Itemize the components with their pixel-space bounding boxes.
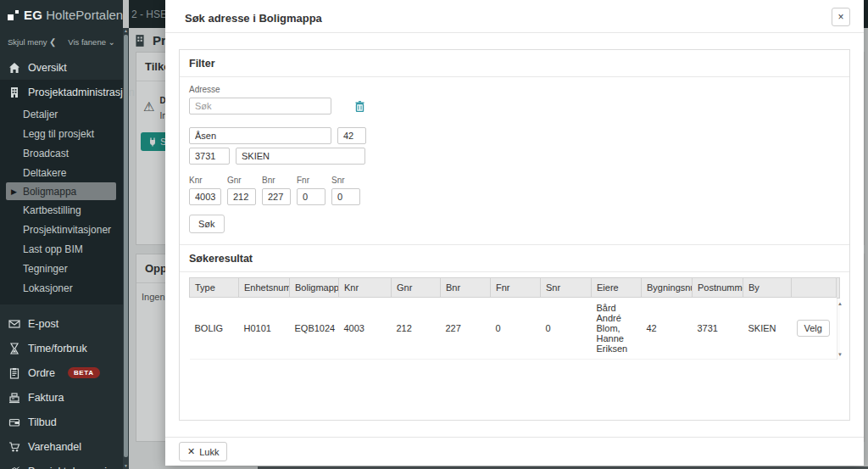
- sidebar-item-last-opp-bim[interactable]: Last opp BIM: [0, 239, 123, 259]
- col-boligmappanummer: Boligmappa...: [290, 278, 339, 298]
- cell-knr: 4003: [339, 298, 392, 360]
- cash-register-icon: [8, 392, 20, 404]
- collapse-menu-button[interactable]: Skjul meny ❮: [8, 37, 57, 47]
- building-icon: [8, 87, 20, 98]
- close-modal-button[interactable]: ✕ Lukk: [179, 442, 227, 461]
- sidebar-item-lokasjoner[interactable]: Lokasjoner: [0, 278, 123, 298]
- chevron-down-icon: ⌄: [108, 37, 115, 47]
- bnr-input[interactable]: [262, 188, 291, 205]
- results-section-header: Søkeresultat: [180, 244, 849, 272]
- modal-title: Søk adresse i Boligmappa: [185, 12, 322, 25]
- table-scroll-up-icon[interactable]: ▲: [837, 301, 840, 306]
- sidebar-item-tilbud[interactable]: Tilbud: [0, 410, 123, 434]
- col-knr: Knr: [339, 278, 392, 298]
- table-scrollbar-corner: [837, 277, 840, 299]
- sidebar-item-varehandel[interactable]: Varehandel: [0, 434, 123, 459]
- cell-by: SKIEN: [743, 298, 792, 360]
- sidebar-item-broadcast[interactable]: Broadcast: [0, 143, 123, 163]
- sidebar-item-ordre[interactable]: Ordre BETA: [0, 360, 123, 385]
- sidebar-item-deltakere[interactable]: Deltakere: [0, 163, 123, 182]
- modal-body: Filter Adresse: [165, 33, 864, 421]
- clear-trash-button[interactable]: [355, 101, 364, 112]
- clipboard-icon: [8, 367, 20, 379]
- city-input[interactable]: [236, 148, 365, 165]
- modal-footer: ✕ Lukk: [165, 437, 864, 466]
- hourglass-icon: [8, 343, 20, 355]
- snr-input[interactable]: [331, 188, 360, 205]
- result-row[interactable]: BOLIG H0101 EQB1024 4003 212 227 0 0 Bår…: [190, 298, 837, 360]
- col-snr: Snr: [541, 278, 592, 298]
- active-arrow-icon: ▶: [11, 187, 17, 196]
- knr-input[interactable]: [189, 188, 221, 205]
- cell-boligmappanummer: EQB1024: [290, 298, 339, 360]
- sidebar-item-detaljer[interactable]: Detaljer: [0, 104, 123, 124]
- cell-gnr: 212: [392, 298, 441, 360]
- close-icon: ×: [837, 11, 843, 23]
- select-row-button[interactable]: Velg: [797, 320, 830, 337]
- sok-adresse-modal: Søk adresse i Boligmappa × Filter Adress…: [165, 0, 864, 466]
- wallet-card-icon: [8, 416, 20, 428]
- sidebar-nav: Oversikt Prosjektadministrasjon Detaljer…: [0, 55, 123, 469]
- modal-close-button[interactable]: ×: [832, 8, 850, 26]
- fnr-input[interactable]: [297, 188, 326, 205]
- home-icon: [8, 62, 20, 74]
- modal-header: Søk adresse i Boligmappa ×: [165, 0, 864, 33]
- col-eiere: Eiere: [592, 278, 642, 298]
- results-table: Type Enhetsnum... Boligmappa... Knr Gnr …: [189, 277, 837, 360]
- sidebar-item-prosjektokonomi[interactable]: Prosjektøkonomi: [0, 459, 123, 469]
- bar-chart-icon: [8, 466, 20, 469]
- sidebar-item-epost[interactable]: E-post: [0, 311, 123, 336]
- sidebar-item-time-forbruk[interactable]: Time/forbruk: [0, 336, 123, 360]
- sidebar: EG HoltePortalen Skjul meny ❮ Vis fanene…: [0, 0, 123, 469]
- close-x-icon: ✕: [187, 446, 195, 457]
- eg-logo-icon: [8, 9, 19, 20]
- filter-section-header: Filter: [180, 50, 849, 77]
- col-enhetsnummer: Enhetsnum...: [239, 278, 290, 298]
- results-table-area: Type Enhetsnum... Boligmappa... Knr Gnr …: [189, 277, 840, 360]
- filter-body: Adresse: [180, 77, 849, 244]
- sidebar-item-legg-til-prosjekt[interactable]: Legg til prosjekt: [0, 124, 123, 143]
- cell-type: BOLIG: [190, 298, 239, 360]
- cell-bygningsnummer: 42: [642, 298, 693, 360]
- col-bygningsnummer: Bygningsnu...: [642, 278, 693, 298]
- sidebar-item-oversikt[interactable]: Oversikt: [0, 55, 123, 80]
- sidebar-item-prosjektinvitasjoner[interactable]: Prosjektinvitasjoner: [0, 220, 123, 239]
- beta-badge: BETA: [68, 367, 100, 378]
- shopping-cart-icon: [8, 441, 20, 453]
- house-number-input[interactable]: [337, 127, 366, 144]
- gnr-input[interactable]: [227, 188, 256, 205]
- cell-enhetsnummer: H0101: [239, 298, 290, 360]
- trash-icon: [355, 101, 364, 112]
- postal-code-input[interactable]: [189, 148, 230, 165]
- logo: EG HoltePortalen: [0, 0, 123, 29]
- col-postnummer: Postnummer: [693, 278, 743, 298]
- search-button[interactable]: Søk: [189, 215, 225, 233]
- search-panel: Filter Adresse: [179, 49, 850, 421]
- street-input[interactable]: [189, 127, 331, 144]
- sidebar-item-prosjektadministrasjon[interactable]: Prosjektadministrasjon: [0, 80, 123, 104]
- prosjektadministrasjon-group: Prosjektadministrasjon Detaljer Legg til…: [0, 80, 123, 304]
- cell-fnr: 0: [491, 298, 541, 360]
- col-bnr: Bnr: [441, 278, 491, 298]
- gnr-label: Gnr: [227, 176, 256, 185]
- col-by: By: [743, 278, 792, 298]
- address-search-input[interactable]: [189, 98, 331, 114]
- sidebar-item-faktura[interactable]: Faktura: [0, 385, 123, 410]
- show-tabs-button[interactable]: Vis fanene ⌄: [68, 37, 115, 47]
- cell-eiere: Bård André Blom, Hanne Eriksen: [592, 298, 642, 360]
- table-scroll-down-icon[interactable]: ▼: [837, 352, 840, 357]
- logo-text: HoltePortalen: [46, 8, 123, 22]
- knr-label: Knr: [189, 176, 221, 185]
- chevron-left-icon: ❮: [49, 37, 56, 47]
- col-action: [792, 278, 837, 298]
- mail-icon: [8, 318, 20, 330]
- sidebar-item-tegninger[interactable]: Tegninger: [0, 259, 123, 278]
- cell-bnr: 227: [441, 298, 491, 360]
- adresse-label: Adresse: [189, 85, 840, 94]
- sidebar-item-kartbestilling[interactable]: Kartbestilling: [0, 200, 123, 220]
- app-root: EG HoltePortalen Skjul meny ❮ Vis fanene…: [0, 0, 868, 469]
- col-gnr: Gnr: [392, 278, 441, 298]
- bnr-label: Bnr: [262, 176, 291, 185]
- sidebar-item-boligmappa-active[interactable]: ▶ Boligmappa: [6, 182, 116, 200]
- table-scrollbar[interactable]: ▲ ▼: [837, 277, 840, 360]
